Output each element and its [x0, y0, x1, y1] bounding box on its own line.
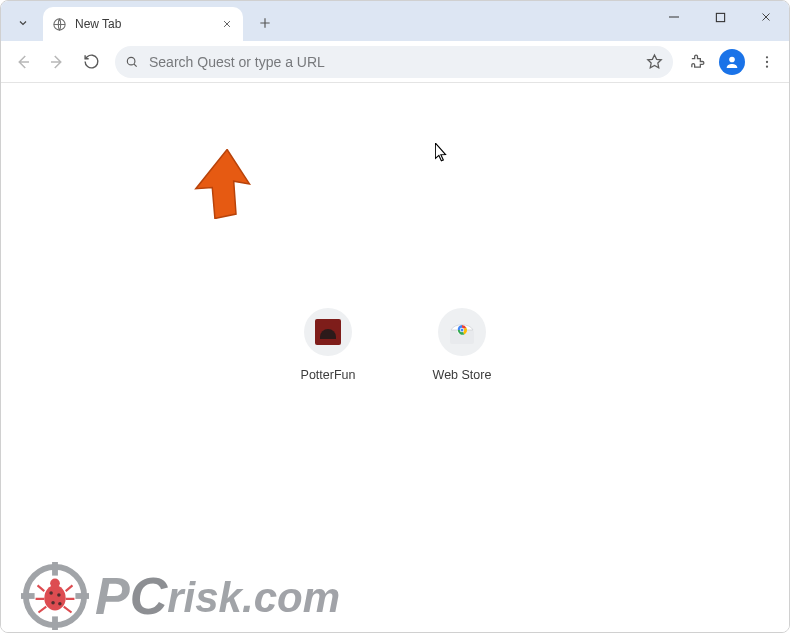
tab-close-button[interactable]	[219, 16, 235, 32]
shortcut-icon-bubble	[304, 308, 352, 356]
tab-title: New Tab	[75, 17, 219, 31]
minimize-icon	[668, 11, 680, 23]
window-titlebar: New Tab	[1, 1, 789, 41]
svg-point-2	[127, 57, 135, 65]
omnibox[interactable]	[115, 46, 673, 78]
svg-point-22	[58, 602, 61, 605]
tab-search-button[interactable]	[7, 7, 39, 39]
shortcut-grid: PotterFun Web Store	[1, 308, 789, 382]
browser-menu-button[interactable]	[751, 46, 783, 78]
svg-rect-1	[716, 13, 724, 21]
shortcut-webstore[interactable]: Web Store	[417, 308, 507, 382]
svg-point-21	[51, 601, 54, 604]
shortcut-label: Web Store	[433, 368, 492, 382]
kebab-menu-icon	[759, 54, 775, 70]
watermark-text: PCrisk.com	[95, 566, 340, 626]
nav-reload-button[interactable]	[75, 46, 107, 78]
extensions-button[interactable]	[681, 46, 713, 78]
window-minimize-button[interactable]	[651, 1, 697, 33]
mouse-cursor-icon	[435, 143, 449, 163]
puzzle-icon	[689, 53, 706, 70]
chevron-down-icon	[17, 17, 29, 29]
svg-point-5	[766, 56, 768, 58]
svg-point-17	[44, 585, 65, 610]
close-icon	[760, 11, 772, 23]
window-maximize-button[interactable]	[697, 1, 743, 33]
search-icon	[125, 55, 139, 69]
window-caption-buttons	[651, 1, 789, 33]
person-icon	[724, 54, 740, 70]
arrow-left-icon	[14, 53, 32, 71]
new-tab-page: PotterFun Web Store	[1, 83, 789, 632]
close-icon	[222, 19, 232, 29]
pointer-arrow-annotation	[191, 149, 251, 219]
bug-target-icon	[21, 562, 89, 630]
svg-point-4	[729, 56, 735, 62]
profile-avatar-button[interactable]	[719, 49, 745, 75]
star-icon	[646, 53, 663, 70]
window-close-button[interactable]	[743, 1, 789, 33]
svg-point-18	[50, 579, 60, 589]
shortcut-icon-bubble	[438, 308, 486, 356]
shortcut-potterfun[interactable]: PotterFun	[283, 308, 373, 382]
pcrisk-watermark: PCrisk.com	[21, 562, 340, 630]
maximize-icon	[715, 12, 726, 23]
new-tab-button[interactable]	[251, 9, 279, 37]
svg-point-11	[461, 329, 464, 332]
svg-point-20	[57, 593, 60, 596]
reload-icon	[83, 53, 100, 70]
nav-forward-button[interactable]	[41, 46, 73, 78]
svg-point-7	[766, 65, 768, 67]
shortcut-label: PotterFun	[301, 368, 356, 382]
svg-point-12	[26, 567, 84, 625]
potterfun-favicon	[315, 319, 341, 345]
webstore-favicon	[449, 319, 475, 345]
browser-tab[interactable]: New Tab	[43, 7, 243, 41]
svg-point-6	[766, 60, 768, 62]
bookmark-star-button[interactable]	[646, 53, 663, 70]
svg-marker-3	[648, 55, 661, 68]
arrow-right-icon	[48, 53, 66, 71]
plus-icon	[258, 16, 272, 30]
globe-icon	[51, 16, 67, 32]
browser-toolbar	[1, 41, 789, 83]
omnibox-input[interactable]	[149, 54, 646, 70]
nav-back-button[interactable]	[7, 46, 39, 78]
svg-point-19	[49, 591, 52, 594]
